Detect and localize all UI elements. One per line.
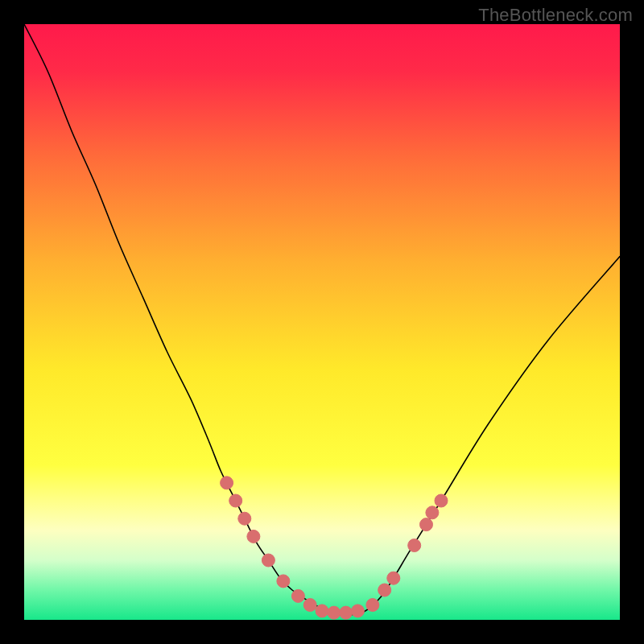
bead-marker <box>351 605 364 617</box>
bead-marker <box>247 530 260 543</box>
gradient-background <box>24 24 620 620</box>
bead-marker <box>221 477 233 489</box>
chart-frame: TheBottleneck.com <box>0 0 644 644</box>
bead-marker <box>291 589 304 602</box>
bead-marker <box>340 606 353 619</box>
bead-marker <box>378 584 391 597</box>
bead-marker <box>408 539 421 552</box>
bead-marker <box>277 575 290 588</box>
bead-marker <box>316 605 328 617</box>
bead-marker <box>262 554 275 567</box>
plot-area <box>24 24 620 620</box>
watermark-text: TheBottleneck.com <box>478 5 633 26</box>
chart-svg <box>24 24 620 620</box>
bead-marker <box>366 599 379 612</box>
bead-marker <box>426 506 439 519</box>
bead-marker <box>238 512 251 525</box>
bead-marker <box>328 606 341 619</box>
bead-marker <box>420 518 433 531</box>
bead-marker <box>387 572 400 584</box>
bead-marker <box>303 599 316 612</box>
bead-marker <box>229 494 242 507</box>
bead-marker <box>435 494 448 507</box>
